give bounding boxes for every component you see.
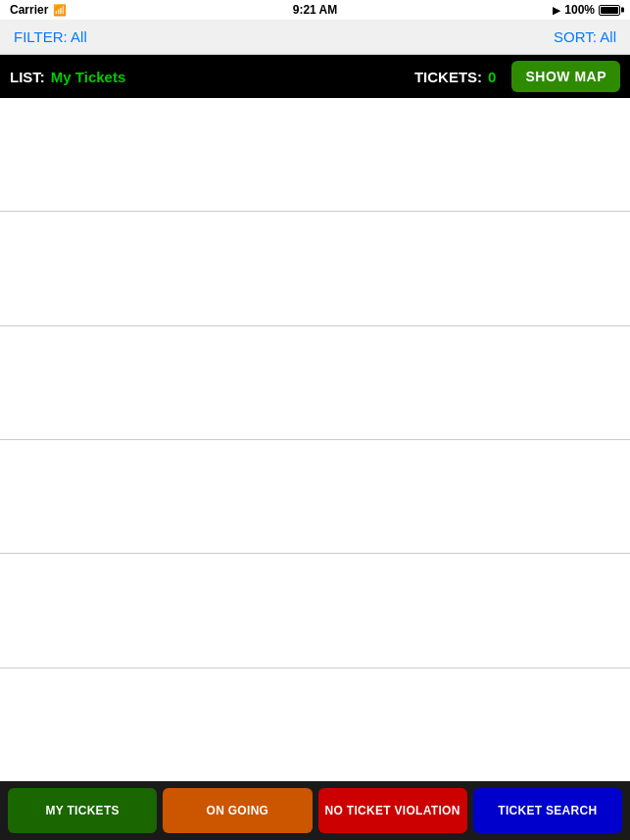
show-map-button[interactable]: SHOW MAP	[511, 61, 620, 92]
list-item	[0, 554, 630, 667]
filter-value: All	[71, 28, 87, 45]
list-header: LIST: My Tickets TICKETS: 0 SHOW MAP	[0, 55, 630, 98]
list-label: LIST:	[10, 69, 45, 85]
battery-fill	[601, 7, 618, 14]
ticket-search-tab[interactable]: TICKET SEARCH	[473, 788, 622, 833]
sort-value: All	[600, 28, 616, 45]
list-item	[0, 326, 630, 440]
status-bar: Carrier 📶 9:21 AM ▶ 100%	[0, 0, 630, 20]
status-left: Carrier 📶	[10, 3, 67, 17]
signal-icon: ▶	[553, 5, 560, 16]
sort-button[interactable]: SORT: All	[554, 28, 616, 45]
filter-bar: FILTER: All SORT: All	[0, 20, 630, 55]
sort-label-text: SORT:	[554, 28, 597, 45]
content-area	[0, 98, 630, 781]
filter-button[interactable]: FILTER: All	[14, 28, 87, 45]
tab-bar: MY TICKETS ON GOING NO TICKET VIOLATION …	[0, 781, 630, 840]
list-value: My Tickets	[51, 69, 414, 85]
wifi-icon: 📶	[53, 4, 67, 17]
carrier-label: Carrier	[10, 3, 48, 17]
on-going-tab[interactable]: ON GOING	[163, 788, 312, 833]
status-time: 9:21 AM	[293, 3, 338, 17]
battery-icon	[599, 5, 620, 16]
no-ticket-violation-tab[interactable]: NO TICKET VIOLATION	[318, 788, 467, 833]
list-item	[0, 212, 630, 325]
tickets-count: 0	[488, 69, 496, 85]
filter-label-text: FILTER:	[14, 28, 68, 45]
list-item	[0, 668, 630, 781]
list-item	[0, 440, 630, 554]
my-tickets-tab[interactable]: MY TICKETS	[8, 788, 157, 833]
list-item	[0, 98, 630, 212]
tickets-label: TICKETS:	[414, 69, 482, 85]
status-right: ▶ 100%	[553, 3, 620, 17]
battery-percent: 100%	[564, 3, 595, 17]
